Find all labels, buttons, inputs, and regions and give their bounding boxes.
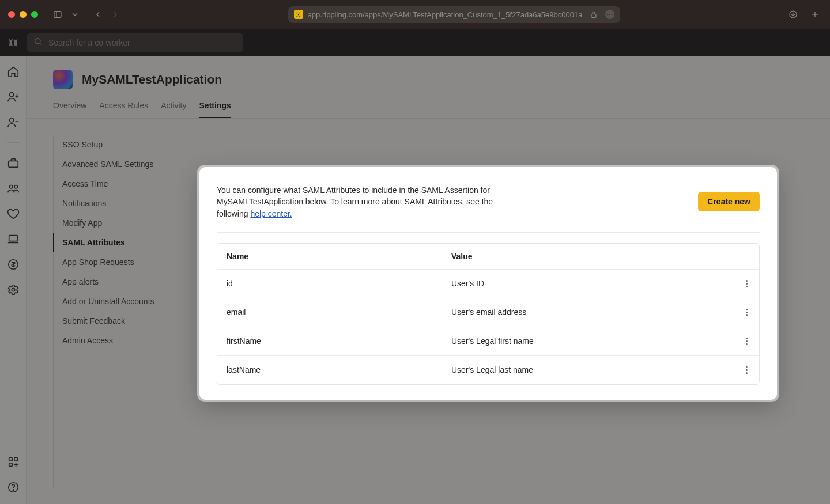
- svg-line-11: [40, 43, 42, 45]
- coworker-search-input[interactable]: [48, 38, 236, 47]
- app-root: MySAMLTestApplication Overview Access Ru…: [0, 29, 830, 504]
- search-icon: [33, 37, 43, 48]
- lock-icon: [587, 7, 601, 21]
- tab-activity[interactable]: Activity: [161, 101, 186, 118]
- help-center-link[interactable]: help center.: [250, 209, 292, 218]
- sidenav-item[interactable]: Add or Uninstall Accounts: [53, 291, 197, 311]
- rail-separator: [7, 142, 20, 143]
- home-icon[interactable]: [7, 65, 20, 78]
- svg-rect-23: [9, 458, 12, 461]
- row-actions-icon[interactable]: [744, 306, 750, 319]
- sidebar-toggle-icon[interactable]: [51, 7, 65, 21]
- settings-sidenav: SSO Setup Advanced SAML Settings Access …: [53, 135, 197, 488]
- tab-access-rules[interactable]: Access Rules: [99, 101, 148, 118]
- url-bar[interactable]: ⵘ app.rippling.com/apps/MySAMLTestApplic…: [288, 6, 621, 23]
- app-header: MySAMLTestApplication Overview Access Ru…: [27, 56, 830, 118]
- chevron-down-icon[interactable]: [68, 7, 82, 21]
- panel-divider: [217, 232, 760, 233]
- gear-icon[interactable]: [7, 283, 20, 296]
- create-new-button[interactable]: Create new: [698, 192, 760, 211]
- svg-point-10: [35, 38, 40, 43]
- svg-rect-24: [14, 458, 17, 461]
- svg-point-19: [14, 185, 17, 189]
- dollar-icon[interactable]: [7, 258, 20, 271]
- tab-row: Overview Access Rules Activity Settings: [53, 101, 803, 118]
- tab-overview[interactable]: Overview: [53, 101, 86, 118]
- col-header-value: Value: [451, 252, 734, 261]
- person-add-icon[interactable]: [7, 90, 20, 103]
- row-actions-icon[interactable]: [744, 364, 750, 376]
- svg-rect-0: [54, 12, 61, 18]
- sidenav-item[interactable]: App Shop Requests: [53, 252, 197, 272]
- sidenav-item[interactable]: Advanced SAML Settings: [53, 154, 197, 174]
- cell-name: email: [227, 308, 451, 317]
- window-close[interactable]: [8, 11, 15, 18]
- svg-point-4: [609, 14, 610, 15]
- browser-chrome: ⵘ app.rippling.com/apps/MySAMLTestApplic…: [0, 0, 830, 29]
- left-rail: [0, 56, 27, 504]
- app-topbar: [0, 29, 830, 56]
- new-tab-icon[interactable]: [808, 7, 822, 21]
- sidenav-item-saml-attributes[interactable]: SAML Attributes: [53, 233, 197, 252]
- window-zoom[interactable]: [31, 11, 38, 18]
- svg-point-29: [13, 490, 13, 490]
- nav-forward-icon: [108, 7, 122, 21]
- downloads-icon[interactable]: [786, 7, 800, 21]
- col-header-name: Name: [227, 252, 451, 261]
- svg-rect-25: [9, 463, 12, 467]
- svg-point-22: [12, 288, 15, 291]
- sidenav-item[interactable]: Access Time: [53, 174, 197, 194]
- coworker-search[interactable]: [27, 33, 243, 52]
- window-controls: [8, 11, 38, 18]
- row-actions-icon[interactable]: [744, 335, 750, 347]
- table-row: id User's ID: [217, 269, 759, 298]
- saml-attributes-panel: You can configure what SAML Attributes t…: [199, 167, 777, 400]
- svg-point-5: [612, 14, 613, 15]
- nav-back-icon[interactable]: [91, 7, 105, 21]
- brand-logo-icon[interactable]: [6, 35, 21, 50]
- table-row: email User's email address: [217, 298, 759, 327]
- row-actions-icon[interactable]: [744, 278, 750, 290]
- person-remove-icon[interactable]: [7, 116, 20, 128]
- app-title: MySAMLTestApplication: [82, 73, 222, 86]
- table-header-row: Name Value: [217, 244, 759, 269]
- svg-rect-20: [9, 236, 17, 241]
- window-minimize[interactable]: [20, 11, 27, 18]
- sidenav-item[interactable]: Modify App: [53, 213, 197, 233]
- svg-rect-17: [8, 161, 18, 167]
- svg-point-3: [607, 14, 608, 15]
- panel-description: You can configure what SAML Attributes t…: [217, 184, 493, 219]
- people-icon[interactable]: [7, 182, 20, 195]
- heart-icon[interactable]: [7, 207, 20, 220]
- help-icon[interactable]: [7, 481, 20, 494]
- cell-name: lastName: [227, 365, 451, 374]
- sidenav-item[interactable]: Admin Access: [53, 331, 197, 350]
- saml-attributes-table: Name Value id User's ID email User's ema…: [217, 243, 760, 385]
- site-favicon: ⵘ: [294, 10, 303, 19]
- apps-icon[interactable]: [7, 456, 20, 468]
- sidenav-item[interactable]: Submit Feedback: [53, 311, 197, 331]
- url-text: app.rippling.com/apps/MySAMLTestApplicat…: [308, 10, 583, 19]
- laptop-icon[interactable]: [7, 233, 20, 245]
- svg-point-15: [9, 118, 13, 122]
- briefcase-icon[interactable]: [7, 157, 20, 169]
- sidenav-item[interactable]: SSO Setup: [53, 135, 197, 154]
- sidenav-item[interactable]: Notifications: [53, 194, 197, 213]
- cell-value: User's email address: [451, 308, 734, 317]
- cell-value: User's Legal last name: [451, 365, 734, 374]
- more-icon[interactable]: [605, 10, 614, 19]
- cell-name: id: [227, 279, 451, 288]
- table-row: firstName User's Legal first name: [217, 327, 759, 355]
- cell-name: firstName: [227, 336, 451, 346]
- cell-value: User's ID: [451, 279, 734, 288]
- svg-point-12: [9, 93, 13, 97]
- svg-point-18: [9, 185, 12, 189]
- cell-value: User's Legal first name: [451, 336, 734, 346]
- table-row: lastName User's Legal last name: [217, 355, 759, 384]
- svg-rect-2: [591, 14, 596, 17]
- sidenav-item[interactable]: App alerts: [53, 272, 197, 291]
- app-icon: [53, 70, 73, 89]
- tab-settings[interactable]: Settings: [199, 101, 231, 118]
